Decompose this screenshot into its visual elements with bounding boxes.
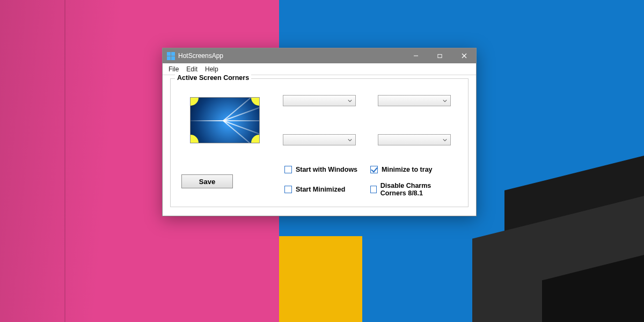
titlebar[interactable]: HotScreensApp bbox=[163, 48, 476, 63]
corner-bottom-right-select[interactable] bbox=[378, 134, 451, 145]
corner-top-right-select[interactable] bbox=[378, 95, 451, 106]
group-title: Active Screen Corners bbox=[175, 74, 251, 82]
start-minimized-checkbox[interactable]: Start Minimized bbox=[281, 186, 345, 193]
menu-edit[interactable]: Edit bbox=[182, 64, 201, 74]
disable-charms-checkbox[interactable]: Disable Charms Corners 8/8.1 bbox=[370, 182, 457, 197]
save-button[interactable]: Save bbox=[181, 174, 233, 188]
checkbox-checked-icon bbox=[370, 166, 378, 173]
checkbox-icon bbox=[284, 186, 292, 193]
chevron-down-icon bbox=[443, 138, 447, 142]
chevron-down-icon bbox=[348, 99, 352, 103]
menu-help[interactable]: Help bbox=[201, 64, 222, 74]
active-corners-group: Active Screen Corners bbox=[170, 78, 469, 207]
hotcorner-indicator-bl bbox=[190, 135, 199, 143]
app-icon bbox=[166, 52, 175, 60]
menu-file[interactable]: File bbox=[165, 64, 182, 74]
svg-rect-1 bbox=[438, 54, 442, 57]
hotcorner-indicator-tr bbox=[251, 97, 260, 106]
hotcorner-indicator-tl bbox=[190, 97, 199, 106]
corner-top-left-select[interactable] bbox=[283, 95, 356, 106]
app-window: HotScreensApp File Edit Help Active Scre… bbox=[162, 48, 477, 216]
menubar: File Edit Help bbox=[163, 63, 476, 75]
hotcorner-indicator-br bbox=[251, 135, 260, 143]
corner-bottom-left-select[interactable] bbox=[283, 134, 356, 145]
close-button[interactable] bbox=[452, 48, 476, 63]
screen-preview bbox=[190, 97, 260, 143]
maximize-button[interactable] bbox=[428, 48, 452, 63]
window-title: HotScreensApp bbox=[178, 52, 404, 60]
chevron-down-icon bbox=[348, 138, 352, 142]
checkbox-icon bbox=[284, 166, 292, 173]
minimize-to-tray-checkbox[interactable]: Minimize to tray bbox=[370, 166, 432, 173]
start-with-windows-checkbox[interactable]: Start with Windows bbox=[281, 166, 357, 173]
checkbox-icon bbox=[370, 186, 377, 193]
minimize-button[interactable] bbox=[404, 48, 428, 63]
chevron-down-icon bbox=[443, 99, 447, 103]
